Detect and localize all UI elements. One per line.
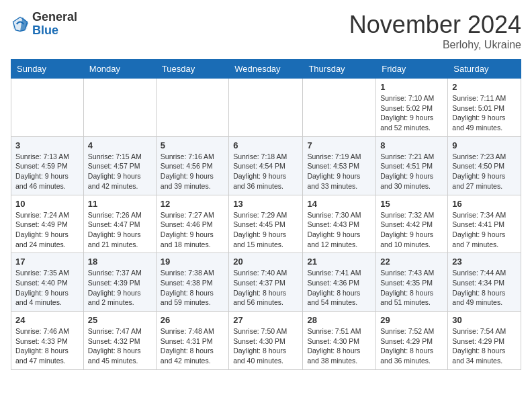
day-info: Daylight: 9 hours and 4 minutes. bbox=[15, 288, 79, 308]
calendar-cell bbox=[229, 79, 303, 137]
day-info: Daylight: 8 hours and 49 minutes. bbox=[452, 288, 517, 308]
day-number: 21 bbox=[307, 257, 371, 267]
calendar-cell: 5Sunrise: 7:16 AMSunset: 4:56 PMDaylight… bbox=[156, 136, 228, 195]
weekday-header-row: SundayMondayTuesdayWednesdayThursdayFrid… bbox=[11, 60, 521, 79]
title-block: November 2024 Berlohy, Ukraine bbox=[349, 11, 521, 51]
day-info: Sunset: 4:31 PM bbox=[161, 336, 224, 347]
day-info: Sunset: 5:01 PM bbox=[452, 103, 517, 113]
day-info: Daylight: 8 hours and 40 minutes. bbox=[233, 346, 298, 365]
day-info: Daylight: 8 hours and 45 minutes. bbox=[88, 346, 152, 365]
calendar-cell: 26Sunrise: 7:48 AMSunset: 4:31 PMDayligh… bbox=[156, 312, 228, 370]
calendar-cell: 21Sunrise: 7:41 AMSunset: 4:36 PMDayligh… bbox=[303, 253, 376, 312]
day-info: Sunrise: 7:15 AM bbox=[88, 152, 152, 162]
day-number: 18 bbox=[88, 257, 152, 267]
day-number: 20 bbox=[233, 257, 298, 267]
day-info: Sunset: 4:36 PM bbox=[307, 278, 371, 288]
calendar-cell: 1Sunrise: 7:10 AMSunset: 5:02 PMDaylight… bbox=[376, 79, 448, 137]
day-number: 27 bbox=[233, 315, 298, 325]
day-number: 11 bbox=[88, 199, 152, 209]
logo-text: General Blue bbox=[32, 11, 77, 38]
day-number: 12 bbox=[161, 199, 224, 209]
day-number: 1 bbox=[380, 82, 443, 92]
day-number: 17 bbox=[15, 257, 79, 267]
calendar-cell: 3Sunrise: 7:13 AMSunset: 4:59 PMDaylight… bbox=[11, 136, 84, 195]
calendar-cell: 12Sunrise: 7:27 AMSunset: 4:46 PMDayligh… bbox=[156, 195, 228, 253]
day-info: Sunrise: 7:19 AM bbox=[307, 152, 371, 162]
day-number: 7 bbox=[307, 140, 371, 150]
day-info: Daylight: 8 hours and 54 minutes. bbox=[307, 288, 371, 308]
calendar-week-row: 17Sunrise: 7:35 AMSunset: 4:40 PMDayligh… bbox=[11, 253, 521, 312]
calendar-cell: 23Sunrise: 7:44 AMSunset: 4:34 PMDayligh… bbox=[448, 253, 521, 312]
day-info: Sunset: 4:59 PM bbox=[15, 161, 79, 171]
day-info: Sunset: 4:32 PM bbox=[88, 336, 152, 347]
day-info: Daylight: 9 hours and 15 minutes. bbox=[233, 230, 298, 249]
day-info: Sunrise: 7:32 AM bbox=[380, 210, 443, 220]
weekday-header: Monday bbox=[83, 60, 156, 79]
calendar-cell: 18Sunrise: 7:37 AMSunset: 4:39 PMDayligh… bbox=[83, 253, 156, 312]
day-info: Sunrise: 7:29 AM bbox=[233, 210, 298, 220]
day-info: Sunset: 4:41 PM bbox=[452, 220, 517, 230]
day-info: Sunset: 4:53 PM bbox=[307, 161, 371, 171]
day-info: Sunset: 4:40 PM bbox=[15, 278, 79, 288]
day-info: Sunrise: 7:26 AM bbox=[88, 210, 152, 220]
day-info: Daylight: 9 hours and 52 minutes. bbox=[380, 113, 443, 132]
calendar-cell: 28Sunrise: 7:51 AMSunset: 4:30 PMDayligh… bbox=[303, 312, 376, 370]
calendar-cell: 19Sunrise: 7:38 AMSunset: 4:38 PMDayligh… bbox=[156, 253, 228, 312]
day-info: Sunrise: 7:43 AM bbox=[380, 268, 443, 278]
day-number: 25 bbox=[88, 315, 152, 325]
day-info: Sunset: 4:29 PM bbox=[452, 336, 517, 347]
day-info: Daylight: 8 hours and 47 minutes. bbox=[15, 346, 79, 365]
calendar-cell: 20Sunrise: 7:40 AMSunset: 4:37 PMDayligh… bbox=[229, 253, 303, 312]
day-info: Sunset: 4:51 PM bbox=[380, 161, 443, 171]
calendar-cell: 16Sunrise: 7:34 AMSunset: 4:41 PMDayligh… bbox=[448, 195, 521, 253]
day-info: Sunset: 4:56 PM bbox=[161, 161, 224, 171]
day-number: 4 bbox=[88, 140, 152, 150]
calendar-cell bbox=[303, 79, 376, 137]
day-info: Daylight: 9 hours and 21 minutes. bbox=[88, 230, 152, 249]
day-info: Sunset: 4:45 PM bbox=[233, 220, 298, 230]
day-info: Sunrise: 7:23 AM bbox=[452, 152, 517, 162]
day-info: Sunrise: 7:16 AM bbox=[161, 152, 224, 162]
weekday-header: Friday bbox=[376, 60, 448, 79]
day-number: 10 bbox=[15, 199, 79, 209]
day-info: Sunset: 4:39 PM bbox=[88, 278, 152, 288]
day-info: Sunset: 4:46 PM bbox=[161, 220, 224, 230]
calendar-cell: 7Sunrise: 7:19 AMSunset: 4:53 PMDaylight… bbox=[303, 136, 376, 195]
day-info: Sunrise: 7:44 AM bbox=[452, 268, 517, 278]
day-info: Sunrise: 7:54 AM bbox=[452, 326, 517, 336]
day-info: Sunset: 4:34 PM bbox=[452, 278, 517, 288]
day-info: Daylight: 8 hours and 56 minutes. bbox=[233, 288, 298, 308]
day-info: Daylight: 9 hours and 18 minutes. bbox=[161, 230, 224, 249]
day-info: Daylight: 8 hours and 38 minutes. bbox=[307, 346, 371, 365]
day-info: Daylight: 8 hours and 42 minutes. bbox=[161, 346, 224, 365]
calendar-cell: 13Sunrise: 7:29 AMSunset: 4:45 PMDayligh… bbox=[229, 195, 303, 253]
day-number: 16 bbox=[452, 199, 517, 209]
day-info: Sunset: 4:35 PM bbox=[380, 278, 443, 288]
calendar: SundayMondayTuesdayWednesdayThursdayFrid… bbox=[11, 59, 521, 370]
day-info: Sunrise: 7:30 AM bbox=[307, 210, 371, 220]
day-number: 3 bbox=[15, 140, 79, 150]
day-info: Sunrise: 7:35 AM bbox=[15, 268, 79, 278]
day-info: Sunrise: 7:52 AM bbox=[380, 326, 443, 336]
day-info: Sunrise: 7:21 AM bbox=[380, 152, 443, 162]
day-info: Sunrise: 7:47 AM bbox=[88, 326, 152, 336]
day-info: Sunrise: 7:27 AM bbox=[161, 210, 224, 220]
day-info: Daylight: 8 hours and 51 minutes. bbox=[380, 288, 443, 308]
day-info: Sunset: 4:37 PM bbox=[233, 278, 298, 288]
day-info: Daylight: 9 hours and 10 minutes. bbox=[380, 230, 443, 249]
day-info: Sunrise: 7:13 AM bbox=[15, 152, 79, 162]
month-title: November 2024 bbox=[349, 11, 521, 39]
day-number: 28 bbox=[307, 315, 371, 325]
day-info: Sunrise: 7:11 AM bbox=[452, 93, 517, 103]
calendar-week-row: 1Sunrise: 7:10 AMSunset: 5:02 PMDaylight… bbox=[11, 79, 521, 137]
day-info: Sunrise: 7:51 AM bbox=[307, 326, 371, 336]
day-info: Daylight: 8 hours and 34 minutes. bbox=[452, 346, 517, 365]
day-info: Sunset: 4:54 PM bbox=[233, 161, 298, 171]
day-number: 8 bbox=[380, 140, 443, 150]
day-number: 24 bbox=[15, 315, 79, 325]
page-header: General Blue November 2024 Berlohy, Ukra… bbox=[11, 11, 521, 51]
day-info: Daylight: 9 hours and 30 minutes. bbox=[380, 171, 443, 191]
calendar-cell: 14Sunrise: 7:30 AMSunset: 4:43 PMDayligh… bbox=[303, 195, 376, 253]
day-info: Daylight: 9 hours and 24 minutes. bbox=[15, 230, 79, 249]
day-number: 9 bbox=[452, 140, 517, 150]
